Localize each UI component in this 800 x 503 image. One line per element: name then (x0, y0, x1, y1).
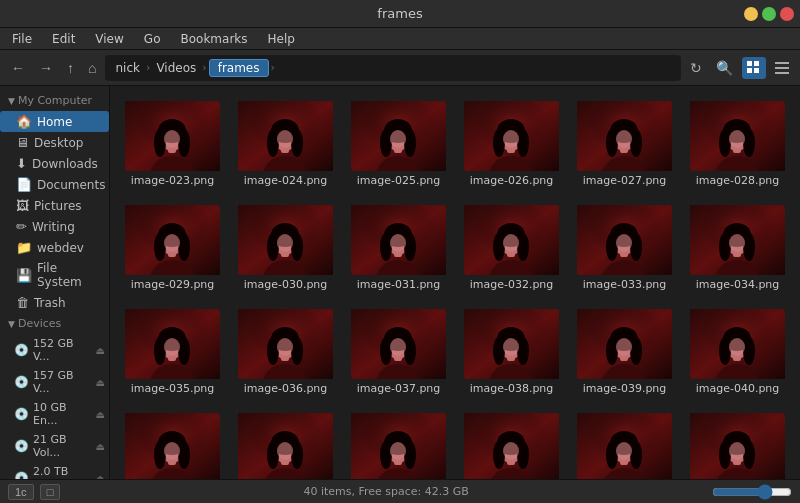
menu-item-go[interactable]: Go (136, 30, 169, 48)
svg-point-14 (154, 129, 166, 157)
file-name: image-024.png (244, 174, 328, 187)
main: ▼ My Computer 🏠 Home 🖥 Desktop ⬇ Downloa… (0, 86, 800, 479)
file-item[interactable]: image-030.png (233, 200, 338, 296)
status-btn-2[interactable]: □ (40, 484, 61, 500)
sidebar-item-desktop[interactable]: 🖥 Desktop (0, 132, 109, 153)
device-157gb[interactable]: 💿 157 GB V... ⏏ (0, 366, 109, 398)
back-button[interactable]: ← (6, 56, 30, 80)
file-thumbnail (464, 309, 559, 379)
menu-item-bookmarks[interactable]: Bookmarks (172, 30, 255, 48)
file-item[interactable]: image-028.png (685, 96, 790, 192)
svg-point-94 (380, 233, 392, 261)
file-thumbnail (577, 205, 672, 275)
device-21gb[interactable]: 💿 21 GB Vol... ⏏ (0, 430, 109, 462)
file-item[interactable]: image-027.png (572, 96, 677, 192)
sidebar-item-webdev[interactable]: 📁 webdev (0, 237, 109, 258)
drive-icon-4: 💿 (14, 439, 29, 453)
menu-item-edit[interactable]: Edit (44, 30, 83, 48)
device-2tb-1[interactable]: 💿 2.0 TB Vol... ⏏ (0, 462, 109, 479)
file-item[interactable]: image-046.png (685, 408, 790, 479)
file-item[interactable]: image-045.png (572, 408, 677, 479)
svg-point-224 (493, 441, 505, 469)
sidebar-item-documents[interactable]: 📄 Documents (0, 174, 109, 195)
sidebar-item-webdev-label: webdev (37, 241, 84, 255)
file-item[interactable]: image-035.png (120, 304, 225, 400)
minimize-button[interactable] (744, 7, 758, 21)
breadcrumb-nick[interactable]: nick (111, 60, 144, 76)
search-button[interactable]: 🔍 (711, 56, 738, 80)
file-item[interactable]: image-031.png (346, 200, 451, 296)
writing-icon: ✏ (16, 219, 27, 234)
file-name: image-032.png (470, 278, 554, 291)
file-item[interactable]: image-034.png (685, 200, 790, 296)
file-item[interactable]: image-037.png (346, 304, 451, 400)
file-item[interactable]: image-025.png (346, 96, 451, 192)
device-10gb[interactable]: 💿 10 GB En... ⏏ (0, 398, 109, 430)
eject-157gb[interactable]: ⏏ (96, 377, 105, 388)
svg-rect-6 (775, 72, 789, 74)
svg-point-46 (503, 130, 519, 148)
file-item[interactable]: image-023.png (120, 96, 225, 192)
grid-view-button[interactable] (742, 57, 766, 79)
breadcrumb-more: › (271, 61, 275, 74)
list-view-button[interactable] (770, 57, 794, 79)
status-left: 1c □ (8, 484, 60, 500)
file-item[interactable]: image-040.png (685, 304, 790, 400)
up-button[interactable]: ↑ (62, 56, 79, 80)
file-item[interactable]: image-036.png (233, 304, 338, 400)
svg-point-135 (178, 337, 190, 365)
sidebar-item-writing[interactable]: ✏ Writing (0, 216, 109, 237)
svg-point-126 (729, 234, 745, 252)
breadcrumb-frames[interactable]: frames (209, 59, 269, 77)
eject-152gb[interactable]: ⏏ (96, 345, 105, 356)
file-item[interactable]: image-026.png (459, 96, 564, 192)
sidebar-item-filesystem[interactable]: 💾 File System (0, 258, 109, 292)
titlebar: frames (0, 0, 800, 28)
refresh-button[interactable]: ↻ (685, 56, 707, 80)
menu-item-help[interactable]: Help (260, 30, 303, 48)
svg-point-245 (743, 441, 755, 469)
sidebar-item-downloads[interactable]: ⬇ Downloads (0, 153, 109, 174)
sidebar-item-pictures[interactable]: 🖼 Pictures (0, 195, 109, 216)
breadcrumb-videos[interactable]: Videos (152, 60, 200, 76)
file-thumbnail (690, 309, 785, 379)
zoom-slider[interactable] (712, 484, 792, 500)
sidebar-item-documents-label: Documents (37, 178, 105, 192)
svg-point-104 (493, 233, 505, 261)
file-item[interactable]: image-024.png (233, 96, 338, 192)
svg-point-156 (390, 338, 406, 356)
svg-point-145 (291, 337, 303, 365)
menu-item-view[interactable]: View (87, 30, 131, 48)
file-item[interactable]: image-041.png (120, 408, 225, 479)
file-item[interactable]: image-039.png (572, 304, 677, 400)
maximize-button[interactable] (762, 7, 776, 21)
svg-point-176 (616, 338, 632, 356)
file-item[interactable]: image-038.png (459, 304, 564, 400)
close-button[interactable] (780, 7, 794, 21)
svg-point-75 (178, 233, 190, 261)
file-name: image-035.png (131, 382, 215, 395)
file-item[interactable]: image-033.png (572, 200, 677, 296)
home-button[interactable]: ⌂ (83, 56, 101, 80)
file-item[interactable]: image-044.png (459, 408, 564, 479)
sidebar-item-trash[interactable]: 🗑 Trash (0, 292, 109, 313)
forward-button[interactable]: → (34, 56, 58, 80)
file-item[interactable]: image-032.png (459, 200, 564, 296)
sidebar: ▼ My Computer 🏠 Home 🖥 Desktop ⬇ Downloa… (0, 86, 110, 479)
eject-21gb[interactable]: ⏏ (96, 441, 105, 452)
svg-point-125 (743, 233, 755, 261)
window-controls (744, 7, 794, 21)
status-btn-1[interactable]: 1c (8, 484, 34, 500)
svg-point-215 (404, 441, 416, 469)
file-item[interactable]: image-043.png (346, 408, 451, 479)
eject-10gb[interactable]: ⏏ (96, 409, 105, 420)
file-thumbnail (464, 101, 559, 171)
svg-point-225 (517, 441, 529, 469)
file-item[interactable]: image-042.png (233, 408, 338, 479)
file-item[interactable]: image-029.png (120, 200, 225, 296)
device-152gb[interactable]: 💿 152 GB V... ⏏ (0, 334, 109, 366)
menu-item-file[interactable]: File (4, 30, 40, 48)
sidebar-item-home[interactable]: 🏠 Home (0, 111, 109, 132)
desktop-icon: 🖥 (16, 135, 29, 150)
statusbar: 1c □ 40 items, Free space: 42.3 GB (0, 479, 800, 503)
